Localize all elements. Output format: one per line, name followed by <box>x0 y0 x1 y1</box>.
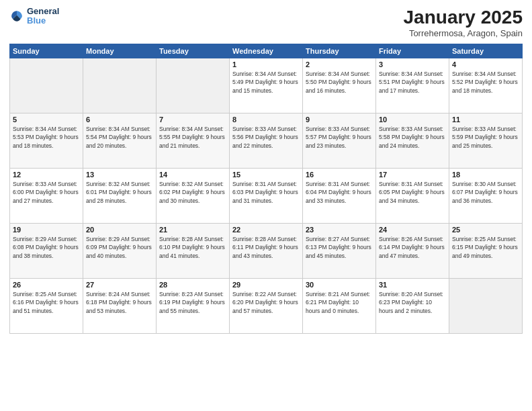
day-info: Sunrise: 8:33 AM Sunset: 6:00 PM Dayligh… <box>13 180 80 205</box>
day-info: Sunrise: 8:34 AM Sunset: 5:51 PM Dayligh… <box>379 70 446 95</box>
day-info: Sunrise: 8:33 AM Sunset: 5:57 PM Dayligh… <box>306 125 373 150</box>
day-number: 22 <box>232 226 300 234</box>
calendar-cell-w4-d1: 27Sunrise: 8:24 AM Sunset: 6:18 PM Dayli… <box>83 279 157 334</box>
logo-line1: General <box>27 7 59 16</box>
calendar-week-row-2: 12Sunrise: 8:33 AM Sunset: 6:00 PM Dayli… <box>10 169 523 224</box>
calendar-cell-w4-d4: 30Sunrise: 8:21 AM Sunset: 6:21 PM Dayli… <box>303 279 376 334</box>
day-number: 18 <box>452 171 519 179</box>
col-thursday: Thursday <box>303 44 376 58</box>
day-info: Sunrise: 8:34 AM Sunset: 5:55 PM Dayligh… <box>159 125 226 150</box>
col-sunday: Sunday <box>10 44 83 58</box>
day-info: Sunrise: 8:32 AM Sunset: 6:01 PM Dayligh… <box>86 180 153 205</box>
day-number: 13 <box>86 171 153 179</box>
day-info: Sunrise: 8:34 AM Sunset: 5:49 PM Dayligh… <box>232 70 300 95</box>
day-number: 6 <box>86 116 153 124</box>
calendar-cell-w2-d5: 17Sunrise: 8:31 AM Sunset: 6:05 PM Dayli… <box>376 169 449 224</box>
col-saturday: Saturday <box>449 44 523 58</box>
logo-line2: Blue <box>27 16 59 26</box>
day-number: 5 <box>13 116 80 124</box>
day-number: 19 <box>13 226 80 234</box>
col-tuesday: Tuesday <box>157 44 230 58</box>
calendar-header-row: Sunday Monday Tuesday Wednesday Thursday… <box>10 44 523 58</box>
day-info: Sunrise: 8:25 AM Sunset: 6:15 PM Dayligh… <box>452 235 519 260</box>
day-number: 11 <box>452 116 519 124</box>
calendar-cell-w1-d4: 9Sunrise: 8:33 AM Sunset: 5:57 PM Daylig… <box>303 113 376 169</box>
day-number: 10 <box>379 116 446 124</box>
day-number: 28 <box>159 281 226 289</box>
calendar-cell-w1-d1: 6Sunrise: 8:34 AM Sunset: 5:54 PM Daylig… <box>83 113 157 169</box>
day-info: Sunrise: 8:31 AM Sunset: 6:03 PM Dayligh… <box>232 180 300 205</box>
day-info: Sunrise: 8:34 AM Sunset: 5:53 PM Dayligh… <box>13 125 80 150</box>
calendar-cell-w3-d1: 20Sunrise: 8:29 AM Sunset: 6:09 PM Dayli… <box>83 224 157 279</box>
calendar-cell-w3-d2: 21Sunrise: 8:28 AM Sunset: 6:10 PM Dayli… <box>157 224 230 279</box>
calendar-cell-w2-d2: 14Sunrise: 8:32 AM Sunset: 6:02 PM Dayli… <box>157 169 230 224</box>
calendar-week-row-4: 26Sunrise: 8:25 AM Sunset: 6:16 PM Dayli… <box>10 279 523 334</box>
day-info: Sunrise: 8:20 AM Sunset: 6:23 PM Dayligh… <box>379 290 446 315</box>
day-info: Sunrise: 8:32 AM Sunset: 6:02 PM Dayligh… <box>159 180 226 205</box>
day-number: 14 <box>159 171 226 179</box>
calendar-cell-w0-d6: 4Sunrise: 8:34 AM Sunset: 5:52 PM Daylig… <box>449 58 523 113</box>
day-info: Sunrise: 8:34 AM Sunset: 5:50 PM Dayligh… <box>306 70 373 95</box>
day-number: 7 <box>159 116 226 124</box>
calendar-cell-w4-d5: 31Sunrise: 8:20 AM Sunset: 6:23 PM Dayli… <box>376 279 449 334</box>
day-info: Sunrise: 8:23 AM Sunset: 6:19 PM Dayligh… <box>159 290 226 315</box>
day-number: 31 <box>379 281 446 289</box>
day-info: Sunrise: 8:24 AM Sunset: 6:18 PM Dayligh… <box>86 290 153 315</box>
day-info: Sunrise: 8:34 AM Sunset: 5:54 PM Dayligh… <box>86 125 153 150</box>
title-block: January 2025 Torrehermosa, Aragon, Spain <box>404 7 523 38</box>
day-info: Sunrise: 8:34 AM Sunset: 5:52 PM Dayligh… <box>452 70 519 95</box>
calendar-table: Sunday Monday Tuesday Wednesday Thursday… <box>9 44 523 334</box>
calendar-cell-w4-d6 <box>449 279 523 334</box>
calendar-cell-w2-d0: 12Sunrise: 8:33 AM Sunset: 6:00 PM Dayli… <box>10 169 83 224</box>
calendar-cell-w2-d1: 13Sunrise: 8:32 AM Sunset: 6:01 PM Dayli… <box>83 169 157 224</box>
day-number: 17 <box>379 171 446 179</box>
logo-icon <box>9 9 24 24</box>
calendar-subtitle: Torrehermosa, Aragon, Spain <box>404 28 523 38</box>
calendar-cell-w0-d2 <box>157 58 230 113</box>
day-info: Sunrise: 8:28 AM Sunset: 6:11 PM Dayligh… <box>232 235 300 260</box>
day-number: 4 <box>452 60 519 68</box>
col-monday: Monday <box>83 44 157 58</box>
day-info: Sunrise: 8:25 AM Sunset: 6:16 PM Dayligh… <box>13 290 80 315</box>
calendar-week-row-1: 5Sunrise: 8:34 AM Sunset: 5:53 PM Daylig… <box>10 113 523 169</box>
logo-text: General Blue <box>27 7 59 26</box>
calendar-cell-w2-d4: 16Sunrise: 8:31 AM Sunset: 6:04 PM Dayli… <box>303 169 376 224</box>
col-wednesday: Wednesday <box>230 44 303 58</box>
day-number: 27 <box>86 281 153 289</box>
day-info: Sunrise: 8:31 AM Sunset: 6:04 PM Dayligh… <box>306 180 373 205</box>
day-info: Sunrise: 8:33 AM Sunset: 5:56 PM Dayligh… <box>232 125 300 150</box>
day-info: Sunrise: 8:28 AM Sunset: 6:10 PM Dayligh… <box>159 235 226 260</box>
calendar-cell-w4-d3: 29Sunrise: 8:22 AM Sunset: 6:20 PM Dayli… <box>230 279 303 334</box>
calendar-cell-w0-d3: 1Sunrise: 8:34 AM Sunset: 5:49 PM Daylig… <box>230 58 303 113</box>
calendar-cell-w3-d4: 23Sunrise: 8:27 AM Sunset: 6:13 PM Dayli… <box>303 224 376 279</box>
calendar-cell-w2-d6: 18Sunrise: 8:30 AM Sunset: 6:07 PM Dayli… <box>449 169 523 224</box>
day-number: 3 <box>379 60 446 68</box>
logo: General Blue <box>9 7 59 26</box>
day-info: Sunrise: 8:22 AM Sunset: 6:20 PM Dayligh… <box>232 290 300 315</box>
header: General Blue January 2025 Torrehermosa, … <box>9 7 523 38</box>
calendar-cell-w4-d0: 26Sunrise: 8:25 AM Sunset: 6:16 PM Dayli… <box>10 279 83 334</box>
day-number: 29 <box>232 281 300 289</box>
day-number: 8 <box>232 116 300 124</box>
calendar-cell-w3-d5: 24Sunrise: 8:26 AM Sunset: 6:14 PM Dayli… <box>376 224 449 279</box>
day-info: Sunrise: 8:33 AM Sunset: 5:59 PM Dayligh… <box>452 125 519 150</box>
day-number: 1 <box>232 60 300 68</box>
day-info: Sunrise: 8:29 AM Sunset: 6:08 PM Dayligh… <box>13 235 80 260</box>
day-number: 12 <box>13 171 80 179</box>
day-info: Sunrise: 8:27 AM Sunset: 6:13 PM Dayligh… <box>306 235 373 260</box>
day-number: 25 <box>452 226 519 234</box>
calendar-cell-w1-d6: 11Sunrise: 8:33 AM Sunset: 5:59 PM Dayli… <box>449 113 523 169</box>
day-number: 16 <box>306 171 373 179</box>
day-info: Sunrise: 8:26 AM Sunset: 6:14 PM Dayligh… <box>379 235 446 260</box>
day-number: 20 <box>86 226 153 234</box>
calendar-cell-w1-d3: 8Sunrise: 8:33 AM Sunset: 5:56 PM Daylig… <box>230 113 303 169</box>
day-info: Sunrise: 8:33 AM Sunset: 5:58 PM Dayligh… <box>379 125 446 150</box>
day-number: 23 <box>306 226 373 234</box>
day-info: Sunrise: 8:29 AM Sunset: 6:09 PM Dayligh… <box>86 235 153 260</box>
calendar-cell-w0-d1 <box>83 58 157 113</box>
page: General Blue January 2025 Torrehermosa, … <box>0 0 532 411</box>
day-number: 21 <box>159 226 226 234</box>
calendar-cell-w3-d3: 22Sunrise: 8:28 AM Sunset: 6:11 PM Dayli… <box>230 224 303 279</box>
day-number: 26 <box>13 281 80 289</box>
calendar-cell-w0-d5: 3Sunrise: 8:34 AM Sunset: 5:51 PM Daylig… <box>376 58 449 113</box>
